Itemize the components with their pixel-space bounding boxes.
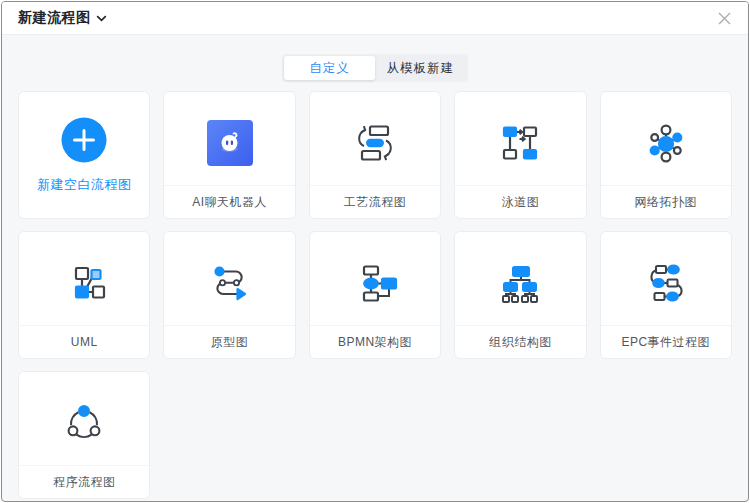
card-org-chart[interactable]: 组织结构图	[454, 231, 586, 359]
uml-icon	[19, 232, 149, 325]
card-label: 网络拓扑图	[601, 185, 731, 218]
card-network-topology[interactable]: 网络拓扑图	[600, 91, 732, 219]
tab-custom[interactable]: 自定义	[284, 56, 375, 80]
page-title: 新建流程图	[18, 9, 91, 27]
new-flowchart-dialog: 新建流程图 自定义 从模板新建 新建空白流程图	[1, 1, 749, 502]
network-topology-icon	[601, 92, 731, 185]
card-swimlane[interactable]: 泳道图	[454, 91, 586, 219]
card-program-flow[interactable]: 程序流程图	[18, 371, 150, 499]
template-grid: 新建空白流程图 AI聊天机器人	[2, 82, 748, 499]
card-prototype[interactable]: 原型图	[163, 231, 295, 359]
bpmn-icon	[310, 232, 440, 325]
card-label: 工艺流程图	[310, 185, 440, 218]
program-flow-icon	[19, 372, 149, 465]
card-label: EPC事件过程图	[601, 325, 731, 358]
card-label: 程序流程图	[19, 465, 149, 498]
card-process-flow[interactable]: 工艺流程图	[309, 91, 441, 219]
tab-from-template[interactable]: 从模板新建	[375, 56, 466, 80]
close-icon[interactable]	[714, 8, 734, 28]
prototype-icon	[164, 232, 294, 325]
process-flow-icon	[310, 92, 440, 185]
card-label: AI聊天机器人	[164, 185, 294, 218]
card-label: BPMN架构图	[310, 325, 440, 358]
card-label: 原型图	[164, 325, 294, 358]
chevron-down-icon[interactable]	[96, 15, 107, 22]
card-label: 泳道图	[455, 185, 585, 218]
card-new-blank-flowchart[interactable]: 新建空白流程图	[18, 91, 150, 219]
card-ai-chatbot[interactable]: AI聊天机器人	[163, 91, 295, 219]
epc-icon	[601, 232, 731, 325]
card-epc[interactable]: EPC事件过程图	[600, 231, 732, 359]
card-label: 组织结构图	[455, 325, 585, 358]
tabs-row: 自定义 从模板新建	[2, 54, 748, 82]
org-chart-icon	[455, 232, 585, 325]
tab-group: 自定义 从模板新建	[282, 54, 468, 82]
card-label: 新建空白流程图	[37, 176, 132, 194]
swimlane-icon	[455, 92, 585, 185]
robot-icon	[164, 92, 294, 185]
card-label: UML	[19, 325, 149, 358]
card-uml[interactable]: UML	[18, 231, 150, 359]
card-bpmn[interactable]: BPMN架构图	[309, 231, 441, 359]
dialog-header: 新建流程图	[2, 2, 748, 35]
plus-circle-icon	[61, 117, 107, 163]
